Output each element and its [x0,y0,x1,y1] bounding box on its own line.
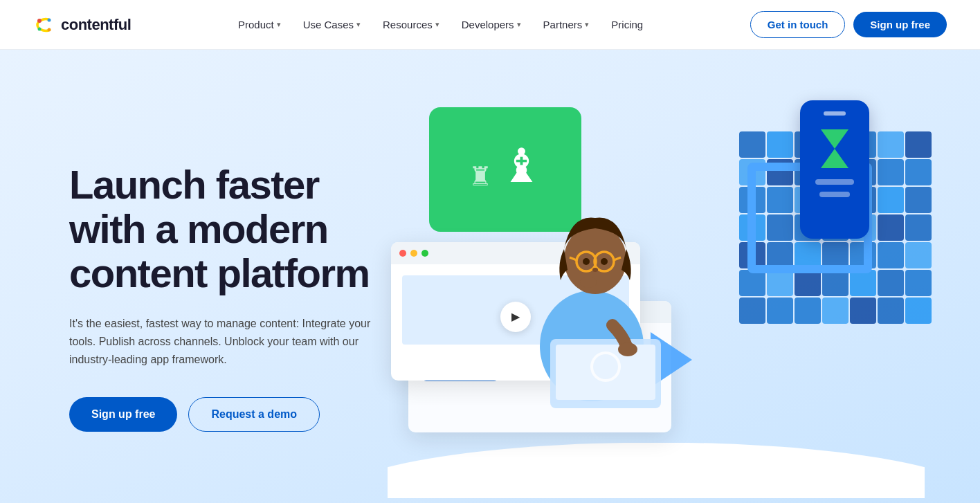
hero-content: Launch faster with a modern content plat… [69,163,388,432]
svg-point-15 [580,277,597,288]
nav-developers[interactable]: Developers ▾ [452,13,531,36]
close-dot [399,250,406,257]
chevron-down-icon: ▾ [277,20,281,29]
chevron-down-icon: ▾ [356,20,361,29]
maximize-dot [421,250,428,257]
svg-point-12 [583,258,590,265]
nav-partners[interactable]: Partners ▾ [534,13,599,36]
minimize-dot [410,250,417,257]
hero-title: Launch faster with a modern content plat… [69,163,388,295]
nav-pricing[interactable]: Pricing [601,13,653,36]
brand-logo[interactable]: contentful [33,14,131,36]
navigation: contentful Product ▾ Use Cases ▾ Resourc… [0,0,980,50]
sign-up-free-button[interactable]: Sign up free [853,12,947,37]
hero-description: It's the easiest, fastest way to manage … [69,315,388,369]
phone-decoration [824,111,846,116]
hero-cta-group: Sign up free Request a demo [69,397,388,432]
phone-line2 [819,192,850,197]
svg-point-13 [601,258,608,265]
person-illustration [495,152,689,415]
hero-sign-up-button[interactable]: Sign up free [69,397,177,432]
hero-illustration: (function(){ const colors = ['#1565c0','… [388,97,925,498]
svg-point-4 [48,28,51,31]
nav-product[interactable]: Product ▾ [228,13,291,36]
hero-section: Launch faster with a modern content plat… [0,50,980,503]
svg-point-20 [618,342,637,356]
nav-links: Product ▾ Use Cases ▾ Resources ▾ Develo… [228,13,653,36]
chevron-down-icon: ▾ [585,20,589,29]
wave-decoration [388,443,925,498]
svg-point-2 [48,18,51,21]
svg-point-1 [37,19,42,23]
phone-mockup [800,100,869,239]
chevron-down-icon: ▾ [435,20,439,29]
get-in-touch-button[interactable]: Get in touch [750,11,846,38]
svg-point-19 [593,354,618,379]
nav-resources[interactable]: Resources ▾ [373,13,449,36]
nav-use-cases[interactable]: Use Cases ▾ [293,13,370,36]
phone-line1 [815,179,854,185]
logo-icon [33,14,55,36]
chess-rook-icon: ♜ [469,161,492,192]
hero-demo-button[interactable]: Request a demo [188,397,320,432]
hourglass-icon [821,129,849,168]
svg-point-14 [592,268,598,272]
nav-ctas: Get in touch Sign up free [750,11,947,38]
chevron-down-icon: ▾ [517,20,521,29]
svg-point-3 [38,27,42,30]
brand-name: contentful [61,16,131,34]
